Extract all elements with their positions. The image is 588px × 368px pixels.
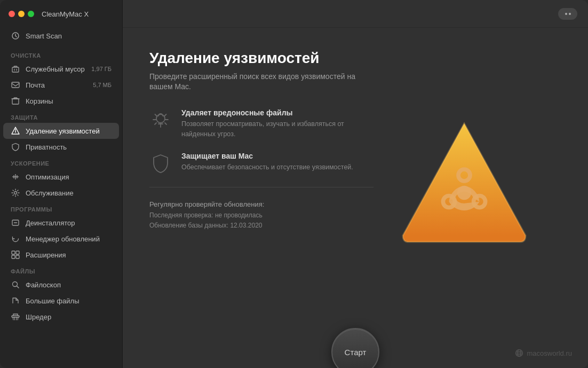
- system-junk-icon: [11, 64, 20, 74]
- minimize-button[interactable]: [18, 11, 25, 17]
- svg-rect-16: [12, 251, 15, 254]
- svg-point-13: [14, 192, 17, 194]
- dot1: [565, 13, 567, 15]
- large-files-label: Большие файлы: [26, 297, 79, 305]
- update-section: Регулярно проверяйте обновления: Последн…: [149, 198, 374, 231]
- trash-icon: [11, 96, 20, 106]
- watermark-text: macosworld.ru: [527, 349, 572, 357]
- malware-icon: [11, 126, 20, 136]
- menu-dots-button[interactable]: [558, 8, 577, 20]
- file-lens-label: Файлоскоп: [26, 281, 61, 289]
- sidebar-item-file-lens[interactable]: Файлоскоп: [3, 277, 119, 293]
- sidebar: CleanMyMac X Smart Scan Очистка Служебны…: [0, 0, 123, 368]
- large-files-icon: [11, 296, 20, 306]
- svg-rect-18: [12, 255, 15, 259]
- privacy-icon: [11, 142, 20, 152]
- mail-icon: [11, 80, 20, 90]
- feature-malware-desc: Позволяет просматривать, изучать и избав…: [181, 119, 374, 139]
- section-protection: Защита: [0, 109, 122, 123]
- svg-rect-19: [16, 255, 19, 259]
- smart-scan-icon: [11, 31, 20, 41]
- shredder-icon: [11, 312, 20, 322]
- mail-badge: 5,7 МБ: [93, 82, 112, 88]
- sidebar-item-uninstaller[interactable]: Деинсталлятор: [3, 215, 119, 231]
- feature-protection-text: Защищает ваш Mac Обеспечивает безопаснос…: [181, 152, 374, 173]
- sidebar-item-large-files[interactable]: Большие файлы: [3, 293, 119, 309]
- maximize-button[interactable]: [28, 11, 34, 17]
- main-panel: Удаление уязвимостей Проведите расширенн…: [123, 0, 588, 368]
- sidebar-item-updater[interactable]: Менеджер обновлений: [3, 231, 119, 247]
- extensions-label: Расширения: [26, 251, 66, 259]
- page-subtitle: Проведите расширенный поиск всех видов у…: [149, 72, 374, 92]
- db-update: Обновление базы данных: 12.03.2020: [149, 221, 374, 231]
- sidebar-item-maintenance[interactable]: Обслуживание: [3, 185, 119, 201]
- sidebar-item-privacy[interactable]: Приватность: [3, 139, 119, 155]
- bug-icon: [149, 108, 172, 131]
- globe-icon: [515, 349, 523, 357]
- divider: [149, 187, 374, 187]
- smart-scan-label: Smart Scan: [26, 32, 62, 40]
- app-title: CleanMyMac X: [42, 10, 89, 18]
- svg-point-7: [15, 129, 16, 130]
- feature-malware-title: Удаляет вредоносные файлы: [181, 108, 374, 117]
- maintenance-icon: [11, 188, 20, 198]
- svg-rect-17: [16, 251, 19, 254]
- main-header: [123, 0, 588, 28]
- sidebar-item-extensions[interactable]: Расширения: [3, 247, 119, 263]
- section-speed: Ускорение: [0, 155, 122, 169]
- privacy-label: Приватность: [26, 143, 67, 151]
- feature-malware: Удаляет вредоносные файлы Позволяет прос…: [149, 108, 374, 139]
- section-files: Файлы: [0, 263, 122, 277]
- uninstaller-icon: [11, 218, 20, 228]
- bottom-bar: Старт: [123, 315, 588, 368]
- dot2: [569, 13, 571, 15]
- biohazard-illustration: [390, 107, 539, 257]
- sidebar-item-system-junk[interactable]: Служебный мусор 1,97 ГБ: [3, 61, 119, 77]
- sidebar-item-trash[interactable]: Корзины: [3, 93, 119, 109]
- maintenance-label: Обслуживание: [26, 189, 74, 197]
- shield-icon: [149, 152, 172, 174]
- content-left: Удаление уязвимостей Проведите расширенн…: [149, 49, 374, 315]
- svg-line-21: [17, 286, 19, 288]
- updater-icon: [11, 234, 20, 244]
- updater-label: Менеджер обновлений: [26, 235, 100, 243]
- svg-point-23: [156, 114, 165, 123]
- traffic-lights: [9, 11, 34, 17]
- sidebar-item-optimization[interactable]: Оптимизация: [3, 169, 119, 185]
- svg-rect-5: [12, 99, 19, 104]
- sidebar-item-shredder[interactable]: Шредер: [3, 309, 119, 325]
- page-title: Удаление уязвимостей: [149, 49, 374, 67]
- system-junk-label: Служебный мусор: [26, 65, 85, 73]
- file-lens-icon: [11, 280, 20, 289]
- feature-protection-title: Защищает ваш Mac: [181, 152, 374, 160]
- section-cleaning: Очистка: [0, 47, 122, 61]
- sidebar-item-smart-scan[interactable]: Smart Scan: [3, 28, 119, 44]
- sidebar-item-malware[interactable]: Удаление уязвимостей: [3, 123, 119, 139]
- svg-rect-1: [12, 67, 19, 72]
- feature-protection-desc: Обеспечивает безопасность и отсутствие у…: [181, 162, 374, 173]
- mail-label: Почта: [26, 81, 45, 89]
- watermark: macosworld.ru: [515, 349, 572, 357]
- system-junk-badge: 1,97 ГБ: [91, 66, 112, 72]
- optimization-icon: [11, 172, 20, 182]
- svg-rect-4: [12, 82, 19, 88]
- content-right: [374, 49, 555, 315]
- malware-label: Удаление уязвимостей: [26, 127, 100, 135]
- last-check: Последняя проверка: не проводилась: [149, 210, 374, 221]
- feature-protection: Защищает ваш Mac Обеспечивает безопаснос…: [149, 152, 374, 174]
- section-programs: Программы: [0, 201, 122, 215]
- extensions-icon: [11, 250, 20, 260]
- sidebar-item-mail[interactable]: Почта 5,7 МБ: [3, 77, 119, 93]
- close-button[interactable]: [9, 11, 15, 17]
- feature-malware-text: Удаляет вредоносные файлы Позволяет прос…: [181, 108, 374, 139]
- shredder-label: Шредер: [26, 313, 51, 321]
- update-label: Регулярно проверяйте обновления:: [149, 200, 374, 208]
- main-content: Удаление уязвимостей Проведите расширенн…: [123, 28, 588, 315]
- optimization-label: Оптимизация: [26, 173, 69, 181]
- uninstaller-label: Деинсталлятор: [26, 219, 75, 227]
- titlebar: CleanMyMac X: [0, 0, 123, 28]
- start-button[interactable]: Старт: [331, 328, 379, 368]
- trash-label: Корзины: [26, 97, 53, 105]
